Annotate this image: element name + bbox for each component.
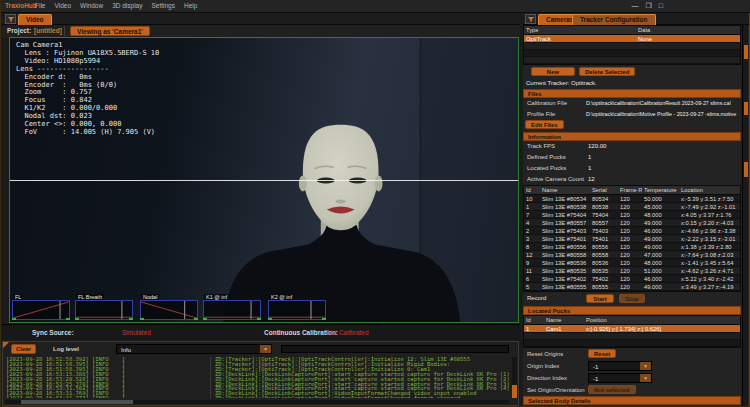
tab-tracker-configuration[interactable]: Tracker Configuration (572, 14, 656, 25)
cam-name: Slim 13E #80535 (540, 267, 590, 274)
table-row-empty (524, 50, 740, 57)
menu-item[interactable]: Settings (151, 2, 175, 9)
viewing-as-button[interactable]: Viewing as 'Camera1' (70, 26, 150, 36)
cam-id: 9 (524, 259, 540, 266)
stop-record-button[interactable]: Stop (619, 294, 645, 303)
table-row[interactable]: 11 Slim 13E #80535 80535 120 51.000 x:-4… (524, 267, 740, 275)
cam-temperature: 45.000 (642, 203, 679, 210)
cam-name: Slim 13E #75403 (540, 227, 590, 234)
horizontal-scrollbar[interactable] (5, 400, 509, 404)
menu-item[interactable]: Help (184, 2, 197, 9)
cam-frame-rate: 120 (618, 227, 642, 234)
set-origin-button[interactable]: Not selected (588, 385, 636, 394)
log-timestamp: [2023-09-28 16:53:31.773] (6, 396, 92, 398)
cam-location: x:4.05 y:3.37 z:1.76 (679, 211, 740, 218)
log-lines[interactable]: [2023-09-28 16:51:58.392] [INFO ] ZD:[Tr… (6, 357, 509, 398)
menu-item[interactable]: Window (80, 2, 103, 9)
log-panel: Clear Log level Info ▼ [2023-09-28 16:51… (2, 341, 519, 406)
scrollbar-thumb[interactable] (21, 400, 133, 404)
cam-name: Slim 13E #80556 (540, 243, 590, 250)
table-row[interactable]: 7 Slim 13E #75404 75404 120 48.000 x:4.0… (524, 211, 740, 219)
profile-file-row: Profile File D:\optitrack\calibration\Mo… (523, 109, 741, 120)
table-row[interactable]: 4 Slim 13E #80557 80557 120 49.000 x:0.1… (524, 219, 740, 227)
current-tracker-text: Current Tracker: Optitrack. (523, 80, 741, 89)
panel-menu-button[interactable] (5, 14, 16, 24)
menu-item[interactable]: File (35, 2, 45, 9)
cam-frame-rate: 120 (618, 211, 642, 218)
window-button[interactable]: □ (659, 1, 663, 11)
cam-id: 4 (524, 219, 540, 226)
table-row[interactable]: 8 Slim 13E #80556 80556 120 49.000 x:1.3… (524, 243, 740, 251)
scope-plot (13, 301, 69, 319)
camera-table: Id Name Serial Frame Rate Temperature Lo… (523, 185, 741, 292)
log-vertical-scrollbar[interactable] (512, 357, 517, 398)
info-label: Active Camera Count (527, 176, 584, 182)
chevron-down-icon[interactable]: ▼ (640, 362, 651, 370)
table-row[interactable]: 10 Slim 13E #80534 80534 120 50.000 x:-5… (524, 195, 740, 203)
video-status-bar: Sync Source: Simulated Continuous Calibr… (2, 324, 520, 340)
start-record-button[interactable]: Start (586, 294, 614, 303)
new-tracker-button[interactable]: New (531, 67, 575, 76)
lens-scope[interactable]: K2 @ inf (268, 300, 326, 320)
cam-location: x:5.22 y:3.40 z:-2.42 (679, 275, 740, 282)
log-filter-input[interactable] (281, 345, 509, 353)
delete-selected-button[interactable]: Delete Selected (579, 67, 635, 76)
table-row[interactable]: 1 Slim 13E #80538 80538 120 45.000 x:-7.… (524, 203, 740, 211)
info-row: Defined Pucks 1 (523, 152, 741, 163)
table-row[interactable]: 1 Cam1 x:[-0.926] y:[ 1.734] z:[ 0.626] (524, 325, 740, 333)
direction-index-select[interactable]: -1 ▼ (588, 373, 652, 383)
table-row[interactable]: 6 Slim 13E #75402 75402 120 46.000 x:5.2… (524, 275, 740, 283)
table-row[interactable]: 3 Slim 13E #75401 75401 120 49.000 x:-2.… (524, 235, 740, 243)
reset-origins-row: Reset Origins Reset (523, 349, 741, 361)
edit-files-button[interactable]: Edit Files (525, 120, 564, 129)
reset-origins-button[interactable]: Reset (588, 349, 616, 358)
table-row[interactable]: 2 Slim 13E #75403 75403 120 46.000 x:-4.… (524, 227, 740, 235)
cam-temperature: 46.000 (642, 275, 679, 282)
cam-location: x:1.38 y:3.39 z:2.80 (679, 243, 740, 250)
cam-serial: 75403 (590, 227, 618, 234)
scrollbar-thumb[interactable] (744, 102, 748, 115)
table-row-empty (524, 333, 740, 340)
chevron-down-icon[interactable]: ▼ (640, 374, 651, 382)
tab-video[interactable]: Video (18, 14, 52, 25)
scrollbar-thumb[interactable] (744, 162, 748, 177)
scrollbar-thumb[interactable] (512, 385, 517, 398)
cam-frame-rate: 120 (618, 275, 642, 282)
menu-item[interactable]: 3D display (112, 2, 142, 9)
cam-id: 12 (524, 251, 540, 258)
lens-scope[interactable]: K1 @ inf (203, 300, 261, 320)
lens-scope[interactable]: FL (12, 300, 70, 320)
origin-index-select[interactable]: -1 ▼ (588, 361, 652, 371)
table-row[interactable]: 5 Slim 13E #80555 80555 120 49.000 x:3.4… (524, 283, 740, 291)
tracker-panel: Cameras Tracker Configuration Type Data … (523, 13, 749, 407)
project-label: Project: (7, 27, 31, 34)
table-row[interactable]: OptiTrack None (524, 35, 740, 43)
scope-label: Nodal (141, 294, 159, 300)
scrollbar-thumb[interactable] (744, 45, 748, 59)
panel-menu-button[interactable] (525, 14, 536, 24)
cam-serial: 80534 (590, 195, 618, 202)
files-section-header: Files (523, 89, 741, 98)
table-row[interactable]: 12 Slim 13E #80558 80558 120 47.000 x:-7… (524, 251, 740, 259)
lens-scope[interactable]: Nodal (140, 300, 198, 320)
log-message: ZD:[DeckLink]:[DeckLinkCapturePort]:Vide… (210, 396, 460, 398)
log-line: [2023-09-28 16:53:31.773] [INFO ] ZD:[De… (6, 396, 509, 398)
window-button[interactable]: — (631, 1, 638, 11)
col-frame-rate: Frame Rate (618, 186, 642, 194)
log-level-select[interactable]: Info ▼ (116, 344, 272, 354)
video-viewport[interactable]: Cam Camera1 Lens : Fujinon UA18X5.5BERD-… (9, 37, 519, 323)
scope-label: FL (13, 294, 23, 300)
tracker-tabbar: Cameras Tracker Configuration (523, 13, 749, 25)
lens-scope[interactable]: FL Breath (75, 300, 133, 320)
clear-log-button[interactable]: Clear (11, 344, 36, 354)
continuous-calibration-value: Not Calibrated (327, 329, 369, 336)
menu-item[interactable]: Video (54, 2, 71, 9)
table-row[interactable]: 9 Slim 13E #80536 80536 120 48.000 x:-1.… (524, 259, 740, 267)
app-title: TraxioHub (5, 2, 37, 9)
cam-serial: 80555 (590, 283, 618, 290)
panel-vertical-scrollbar[interactable] (742, 25, 748, 407)
chevron-down-icon[interactable]: ▼ (260, 345, 271, 353)
cam-id: 5 (524, 283, 540, 290)
puck-name: Cam1 (544, 325, 584, 332)
window-button[interactable]: ❐ (645, 1, 651, 11)
